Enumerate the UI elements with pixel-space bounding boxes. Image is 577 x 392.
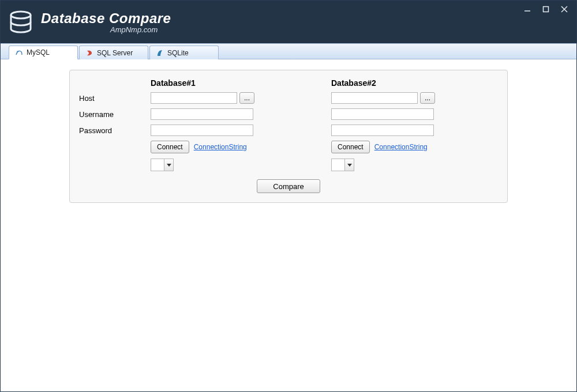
db2-password-input[interactable]	[331, 125, 434, 136]
db1-host-input[interactable]	[151, 92, 237, 104]
mysql-icon	[15, 48, 23, 56]
sqlite-icon	[156, 49, 164, 57]
password-label: Password	[79, 126, 137, 135]
host-label: Host	[79, 94, 137, 103]
app-subtitle: AmpNmp.com	[110, 25, 171, 34]
db1-header: Database#1	[151, 78, 317, 88]
svg-rect-2	[544, 7, 549, 12]
sqlserver-icon	[85, 49, 93, 57]
tab-label: SQLite	[167, 49, 189, 57]
db2-connect-button[interactable]: Connect	[331, 141, 370, 153]
db1-username-input[interactable]	[151, 108, 253, 120]
chevron-down-icon	[164, 159, 173, 171]
svg-point-5	[17, 51, 18, 52]
username-label: Username	[79, 110, 137, 119]
compare-button[interactable]: Compare	[257, 179, 320, 193]
header-bar: Database Compare AmpNmp.com	[1, 1, 576, 43]
tab-label: SQL Server	[97, 49, 133, 57]
app-title: Database Compare	[41, 10, 171, 27]
db2-header: Database#2	[331, 78, 498, 88]
tab-strip: MySQL SQL Server SQLite	[1, 43, 576, 59]
compare-panel: Database#1 Database#2 Host ... ... Usern…	[69, 70, 508, 203]
svg-marker-7	[347, 164, 352, 167]
tab-sqlite[interactable]: SQLite	[149, 46, 219, 59]
db1-database-select[interactable]	[151, 159, 174, 171]
close-button[interactable]	[556, 3, 573, 16]
db2-username-input[interactable]	[331, 108, 434, 120]
db1-host-browse-button[interactable]: ...	[239, 92, 254, 104]
title-block: Database Compare AmpNmp.com	[41, 10, 171, 34]
app-logo-icon	[8, 9, 34, 35]
db2-host-input[interactable]	[331, 92, 418, 104]
content-area: Database#1 Database#2 Host ... ... Usern…	[1, 59, 576, 391]
db1-password-input[interactable]	[151, 125, 253, 136]
tab-mysql[interactable]: MySQL	[9, 46, 78, 59]
tab-sqlserver[interactable]: SQL Server	[79, 46, 148, 59]
tab-label: MySQL	[27, 48, 50, 56]
minimize-button[interactable]	[519, 3, 536, 16]
db2-host-browse-button[interactable]: ...	[420, 92, 435, 104]
db1-connection-string-link[interactable]: ConnectionString	[194, 143, 247, 151]
svg-point-0	[11, 12, 31, 18]
maximize-button[interactable]	[537, 3, 554, 16]
db2-connection-string-link[interactable]: ConnectionString	[374, 143, 428, 151]
db1-connect-button[interactable]: Connect	[151, 141, 189, 153]
window-controls	[519, 3, 573, 16]
chevron-down-icon	[344, 159, 354, 171]
window: Database Compare AmpNmp.com MySQL	[0, 0, 577, 392]
db2-database-select[interactable]	[331, 159, 354, 171]
svg-marker-6	[167, 164, 171, 167]
